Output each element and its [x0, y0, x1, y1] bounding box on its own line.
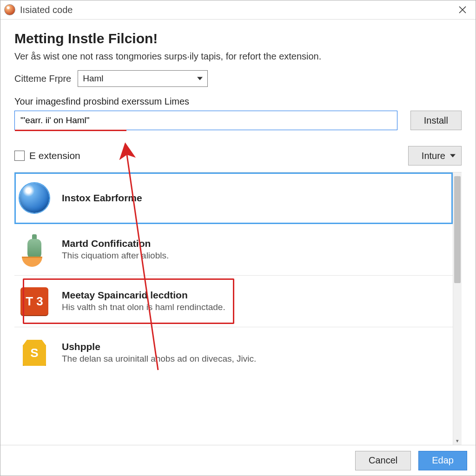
list-item-desc: His valth sh tnat olon is haml rendincta…: [62, 302, 225, 313]
cancel-button[interactable]: Cancel: [355, 451, 411, 470]
scrollbar-thumb[interactable]: [454, 176, 461, 283]
extension-checkbox-label: E extension: [29, 150, 80, 161]
list-item-title: Meetay Spaincarid lecdtion: [62, 290, 225, 301]
list-item-desc: The delan sa uroinitall ahobs ad on dive…: [62, 353, 256, 364]
list-item[interactable]: Instox Eabrforme: [14, 172, 453, 224]
app-icon: [4, 4, 15, 15]
bottle-icon: [22, 234, 47, 265]
list-item[interactable]: Martd Confification This ciquatiom after…: [14, 224, 453, 276]
dialog-footer: Cancel Edap: [0, 445, 476, 476]
annotation-underline: [15, 130, 126, 131]
sort-dropdown[interactable]: Inture: [408, 146, 462, 165]
page-subtitle: Ver ås wist one not rass tongmories surp…: [14, 51, 462, 62]
titlebar: Iısiated code: [0, 0, 476, 19]
search-input[interactable]: [20, 111, 392, 130]
close-icon: [459, 6, 466, 13]
filter-label: Citteme Frpre: [14, 73, 71, 84]
results-list: Instox Eabrforme Martd Confification Thi…: [14, 172, 453, 445]
list-item-title: Ushpple: [62, 341, 256, 352]
ok-button[interactable]: Edap: [418, 451, 467, 470]
filter-select-value: Haml: [83, 73, 103, 84]
t3-icon: T 3: [20, 287, 48, 315]
chevron-down-icon: [197, 77, 203, 80]
search-input-wrapper: [14, 111, 397, 130]
list-item[interactable]: S Ushpple The delan sa uroinitall ahobs …: [14, 327, 453, 378]
search-label: Your imagesfind prosbind exerssum Limes: [14, 96, 462, 107]
list-item-title: Instox Eabrforme: [62, 192, 142, 204]
window-title: Iısiated code: [20, 5, 73, 15]
list-item[interactable]: T 3 Meetay Spaincarid lecdtion His valth…: [14, 276, 453, 327]
install-button[interactable]: Install: [410, 111, 462, 130]
globe-icon: [20, 183, 49, 213]
bag-icon: S: [23, 340, 46, 366]
scroll-down-icon[interactable]: ▾: [453, 436, 462, 445]
extension-checkbox[interactable]: [14, 151, 25, 161]
sort-dropdown-label: Inture: [422, 151, 445, 161]
filter-select[interactable]: Haml: [78, 70, 208, 87]
extension-checkbox-wrapper[interactable]: E extension: [14, 150, 80, 161]
page-heading: Metting Instle Filcion!: [14, 31, 462, 46]
chevron-down-icon: [450, 154, 456, 158]
close-button[interactable]: [453, 0, 472, 19]
list-item-desc: This ciquatiom after aliobls.: [62, 250, 169, 261]
scrollbar[interactable]: ▴ ▾: [453, 172, 462, 445]
list-item-title: Martd Confification: [62, 238, 169, 249]
